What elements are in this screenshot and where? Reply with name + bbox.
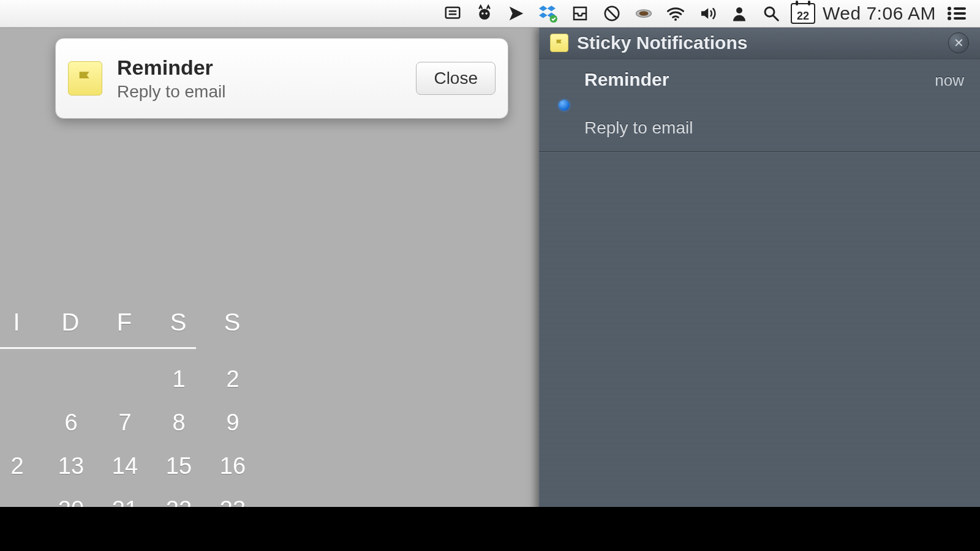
menubar-clock[interactable]: Wed 7:06 AM [819,3,941,24]
svg-point-10 [639,11,648,16]
search-icon[interactable] [755,0,787,27]
banner-title: Reminder [117,56,416,80]
nc-notification-item[interactable]: Reminder now Reply to email [539,59,980,152]
calendar-row: 6 7 8 9 [0,410,246,436]
volume-icon[interactable] [692,0,723,27]
notification-banner[interactable]: Reminder Reply to email Close [55,38,508,119]
desktop-calendar-widget: I D F S S 1 2 6 7 8 9 2 13 14 15 16 [0,309,246,523]
clear-section-button[interactable]: ✕ [948,32,969,53]
svg-point-4 [481,12,484,15]
dropbox-icon[interactable] [532,0,564,27]
calendar-day-headers: I D F S S [0,309,246,336]
notification-center-icon[interactable] [941,0,973,27]
day-header: F [111,309,138,336]
nc-item-timestamp: now [935,71,964,90]
calendar-date-badge: 22 [791,3,815,24]
nc-item-title: Reminder [555,69,935,90]
svg-point-3 [479,9,490,20]
day-header: D [58,309,85,336]
svg-line-14 [774,16,778,21]
flag-icon [550,34,568,52]
document-icon[interactable] [437,0,469,27]
svg-point-5 [485,12,488,15]
user-icon[interactable] [723,0,755,27]
caffeine-cup-icon[interactable] [628,0,660,27]
unread-dot-icon [559,100,570,111]
calendar-row: 2 13 14 15 16 [0,453,246,479]
day-header: S [219,309,246,336]
do-not-disturb-icon[interactable] [596,0,628,27]
calendar-row: 1 2 [0,366,246,392]
svg-rect-0 [446,7,460,18]
letterbox [0,507,980,551]
flag-icon [68,61,102,96]
day-header: S [165,309,192,336]
banner-body: Reply to email [117,82,416,102]
menubar-calendar-icon[interactable]: 22 [787,0,819,27]
notification-center-panel: Sticky Notifications ✕ Reminder now Repl… [539,27,980,551]
nc-section-header: Sticky Notifications ✕ [539,27,980,59]
wifi-icon[interactable] [660,0,692,27]
day-header: I [4,309,31,336]
nc-item-body: Reply to email [555,118,964,138]
menubar: 22 Wed 7:06 AM [0,0,980,28]
banner-text: Reminder Reply to email [117,56,416,102]
cursor-send-icon[interactable] [500,0,532,27]
svg-point-11 [674,18,677,21]
svg-line-8 [607,9,616,18]
close-button[interactable]: Close [416,62,496,95]
svg-point-12 [736,7,742,13]
app-creature-icon[interactable] [469,0,500,27]
inbox-icon[interactable] [564,0,596,27]
nc-section-title: Sticky Notifications [577,32,948,53]
